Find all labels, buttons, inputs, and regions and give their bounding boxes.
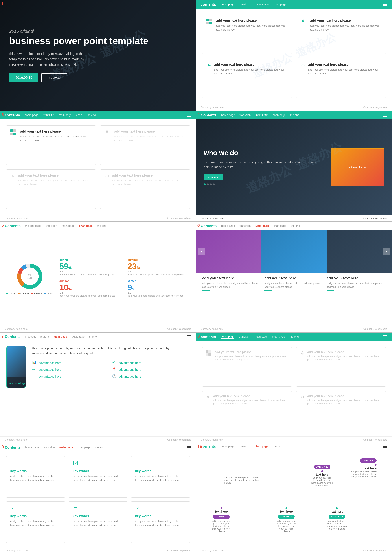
slide-7-nav-item-5[interactable]: theme [89, 335, 97, 338]
slide-3-card-2-title: add your text here please [114, 129, 186, 133]
tl-label-3: text here [325, 510, 349, 513]
slide-6-nav-item-4[interactable]: chan page [273, 224, 286, 228]
slide-8-card-3-desc: add your text here please add your text … [213, 399, 288, 405]
slide-9-nav-item-4[interactable]: chan page [77, 446, 90, 449]
slide-3-nav-item-3[interactable]: main page [59, 113, 71, 117]
slide-2-menu-icon[interactable] [383, 3, 387, 6]
slide-9-nav-item-5[interactable]: the end [95, 446, 104, 449]
slide-4-nav-item-5[interactable]: the end [290, 113, 299, 117]
slide-6-footer: Company name here Company slogan here [196, 326, 392, 332]
card-2-desc: add your text here please add your text … [310, 24, 382, 32]
slide-1-desc: this power point is made by mike.everyth… [9, 51, 86, 67]
slide-8-nav-item-1[interactable]: home page [221, 335, 234, 338]
slide-8-nav-item-4[interactable]: chan page [272, 335, 285, 338]
hero-next-btn[interactable]: › [383, 248, 390, 255]
slide-9-card-2-icon [73, 460, 80, 467]
slide-9-nav-item-2[interactable]: transition [43, 446, 55, 449]
slide-8-menu-icon[interactable] [383, 335, 387, 338]
slide-10-nav-item-1[interactable]: home page [221, 445, 234, 448]
clock-icon: 🕐 [112, 374, 117, 379]
slide-3-nav-item-1[interactable]: home page [25, 113, 38, 117]
slide-7-menu-icon[interactable] [187, 335, 191, 338]
slide-2-nav-item-2[interactable]: transition [239, 3, 250, 6]
slide-3-card-3: ➤ add your text here please add your tex… [6, 169, 96, 209]
slide-6-menu-icon[interactable] [383, 224, 387, 227]
slide-3-nav-item-5[interactable]: the end [87, 113, 96, 117]
slide-10-footer-right: Company slogan here [363, 549, 387, 552]
slide-7-nav-item-2[interactable]: feature [40, 335, 49, 338]
slide-8-card-4: ⚙ add your text here please add your tex… [296, 391, 386, 430]
slide-4-continue-btn[interactable]: continue [204, 174, 224, 180]
slide-2-nav-title: contents [201, 2, 216, 7]
slide-5-nav-item-4[interactable]: chan page [79, 224, 93, 228]
tl-date-4: 2016.03.09 [278, 515, 295, 519]
slide-3-card-2-desc: add your text here please add your text … [114, 135, 186, 142]
slide-9-card-4-desc: add your text here please add your text … [10, 519, 61, 527]
slide-4-footer-left: Company name here [201, 217, 224, 220]
slide-8-nav-item-3[interactable]: main page [255, 335, 268, 338]
slide-9-nav-item-1[interactable]: home page [25, 446, 39, 449]
tl-label-2: text here [310, 473, 334, 476]
slide-2-nav-item-3[interactable]: main shape [255, 3, 269, 6]
slide-5-nav-item-1[interactable]: the end page [25, 224, 41, 228]
slide-4-nav-item-2[interactable]: transition [240, 113, 251, 117]
pen-icon: ✏ [32, 367, 37, 372]
tl-date-2: 2016.09.27 [314, 465, 330, 469]
tl-desc-4: add your text here please add your text … [276, 520, 297, 533]
slide-3-nav-item-4[interactable]: chan [76, 113, 82, 117]
slide-6-nav-item-2[interactable]: transition [240, 224, 251, 228]
slide-5-nav-title: Contents [5, 224, 21, 228]
slide-4-nav-item-1[interactable]: home page [221, 113, 235, 117]
slide-4-footer-right: Company slogan here [363, 217, 387, 220]
slide-3-menu-icon[interactable] [187, 114, 191, 117]
slide-3-nav-item-2[interactable]: transition [43, 113, 54, 117]
slide-7: Contents first start feature main page a… [0, 332, 196, 443]
svg-rect-27 [136, 506, 140, 510]
slide-9-nav-title: Contents [5, 445, 21, 450]
slide-8-card-4-desc: add your text here please add your text … [307, 399, 383, 405]
slide-2-nav-item-1[interactable]: home page [221, 3, 234, 6]
slide-3-card-1-desc: add your text here please add your text … [20, 135, 92, 142]
slide-8-card-1-icon [206, 350, 212, 357]
slide-7-nav-item-1[interactable]: first start [25, 335, 36, 338]
slide-5-footer-right: Company slogan here [167, 328, 191, 330]
slide-6-nav-item-1[interactable]: home page [221, 224, 235, 228]
slide-4-nav-item-3[interactable]: main page [255, 113, 268, 117]
slide-5-nav-item-2[interactable]: transition [46, 224, 57, 228]
slide-1-btn-name[interactable]: mustyao [42, 73, 67, 82]
slide-6-nav-item-5[interactable]: the end [291, 224, 300, 228]
slide-5-menu-icon[interactable] [187, 224, 191, 227]
slide-8-nav-item-2[interactable]: transition [239, 335, 250, 338]
card-1-desc: add your text here please add your text … [216, 24, 288, 32]
slide-8-nav-item-5[interactable]: the end [290, 335, 299, 338]
slide-7-nav-item-3[interactable]: main page [54, 335, 67, 338]
slide-10-nav-item-4[interactable]: theme [273, 445, 280, 448]
slide-9-menu-icon[interactable] [187, 446, 191, 449]
slide-8-card-1-desc: add your text here please add your text … [215, 355, 288, 361]
slide-5-nav-item-5[interactable]: the end [97, 224, 106, 228]
slide-5-nav-item-3[interactable]: main page [62, 224, 74, 228]
slide-3-nav: contents home page transition main page … [0, 111, 196, 119]
slide-2-nav-item-4[interactable]: chan page [273, 3, 287, 6]
slide-8-card-4-title: add your text here please [307, 394, 383, 398]
slide-9-card-1-desc: add your text here please add your text … [10, 474, 61, 482]
card-3-icon: ➤ [206, 63, 212, 68]
slide-6-footer-right: Company slogan here [363, 328, 387, 330]
slide-6-nav-item-3[interactable]: Main page [255, 224, 269, 228]
slide-7-footer-left: Company name here [5, 438, 28, 441]
hero-prev-btn[interactable]: ‹ [198, 248, 205, 255]
slide-9-nav-item-3[interactable]: main page [59, 446, 73, 449]
slide-3-footer: Company name here Company slogan here [0, 215, 196, 221]
slide-number-4: 4 [197, 112, 200, 117]
slide-10-nav-item-3[interactable]: chan page [255, 445, 268, 448]
slide-7-nav-item-4[interactable]: advantage [72, 335, 84, 338]
slide-number-8: 8 [197, 334, 200, 339]
slide-4-menu-icon[interactable] [383, 114, 387, 117]
slide-10-nav-item-2[interactable]: transition [239, 445, 250, 448]
slide-number-5: 5 [1, 223, 4, 228]
slide-10-nav-title: contents [201, 444, 216, 449]
slide-4-nav-item-4[interactable]: chan page [273, 113, 286, 117]
slide-10-menu-icon[interactable] [383, 445, 387, 448]
slide-6-card-1-title: add your text here [202, 276, 261, 280]
slide-1-btn-date[interactable]: 2016.09.16 [9, 73, 38, 82]
